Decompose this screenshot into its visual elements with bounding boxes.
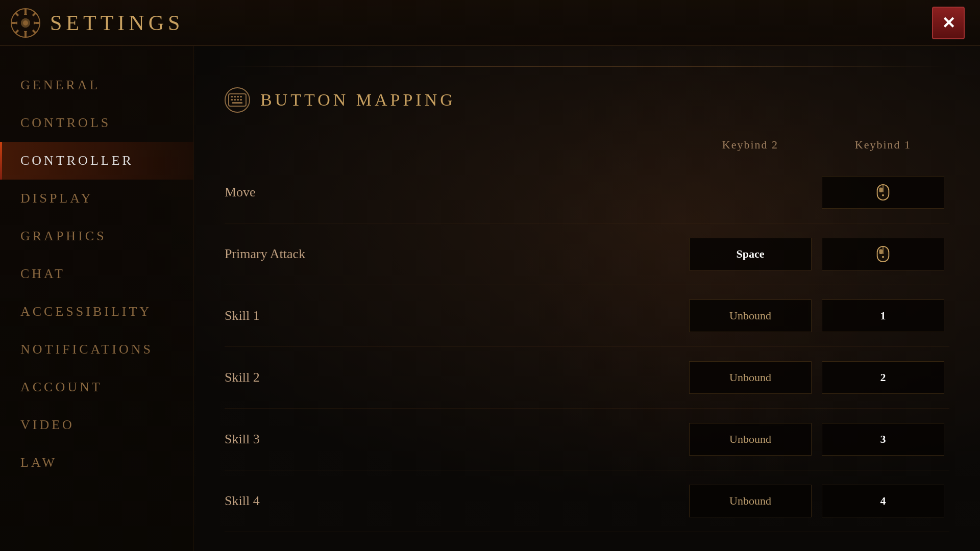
settings-title: SETTINGS: [50, 11, 184, 35]
keybind1-cell-primary-attack[interactable]: [817, 238, 949, 270]
sidebar-item-notifications[interactable]: NOTIFICATIONS: [0, 331, 193, 368]
keybind1-box-skill3[interactable]: 3: [822, 423, 944, 456]
mapping-row-primary-attack: Primary Attack Space: [225, 223, 949, 285]
svg-rect-20: [879, 249, 883, 254]
keybind2-cell-skill2[interactable]: Unbound: [684, 361, 817, 394]
svg-rect-7: [237, 96, 239, 97]
keybind1-box-primary-attack[interactable]: [822, 238, 944, 270]
content-area: BUTTON MAPPING Keybind 2 Keybind 1 Move: [194, 46, 980, 551]
gear-icon: [10, 8, 41, 38]
keybind2-box-primary-attack[interactable]: Space: [689, 238, 812, 270]
keybind2-box-skill1[interactable]: Unbound: [689, 299, 812, 332]
sidebar-item-general[interactable]: GENERAL: [0, 66, 193, 104]
keybind1-box-skill4[interactable]: 4: [822, 485, 944, 517]
keybind1-box-skill1[interactable]: 1: [822, 299, 944, 332]
keybind-cells-primary-attack: Space: [684, 238, 949, 270]
keyboard-icon: [225, 87, 250, 113]
action-skill1: Skill 1: [225, 308, 684, 323]
keybind2-box-skill2[interactable]: Unbound: [689, 361, 812, 394]
svg-rect-8: [240, 96, 242, 97]
keybind2-cell-skill4[interactable]: Unbound: [684, 485, 817, 517]
action-move: Move: [225, 185, 684, 200]
svg-rect-11: [237, 99, 239, 101]
section-title: BUTTON MAPPING: [260, 90, 456, 110]
sidebar-item-law[interactable]: LAW: [0, 444, 193, 482]
svg-point-21: [882, 256, 884, 258]
sidebar-item-controller[interactable]: CONTROLLER: [0, 142, 193, 180]
svg-rect-10: [234, 99, 236, 101]
action-skill2: Skill 2: [225, 370, 684, 385]
mapping-row-move: Move: [225, 162, 949, 223]
mouse-icon-primary-attack: [876, 245, 890, 263]
keybind2-cell-skill1[interactable]: Unbound: [684, 299, 817, 332]
keybind-cells-move: [684, 176, 949, 209]
keybind1-cell-move[interactable]: [817, 176, 949, 209]
keybind-cells-skill3: Unbound 3: [684, 423, 949, 456]
keybind2-cell-skill3[interactable]: Unbound: [684, 423, 817, 456]
section-header: BUTTON MAPPING: [225, 87, 949, 113]
keybind1-box-move[interactable]: [822, 176, 944, 209]
keybind2-cell-primary-attack[interactable]: Space: [684, 238, 817, 270]
keybind-cells-skill4: Unbound 4: [684, 485, 949, 517]
sidebar-item-controls[interactable]: CONTROLS: [0, 104, 193, 142]
top-divider: [225, 66, 949, 67]
mapping-row-skill2: Skill 2 Unbound 2: [225, 347, 949, 409]
col-header-keybind1: Keybind 1: [817, 138, 949, 152]
sidebar: GENERAL CONTROLS CONTROLLER DISPLAY GRAP…: [0, 46, 194, 551]
svg-rect-5: [231, 96, 233, 97]
column-headers: Keybind 2 Keybind 1: [225, 138, 949, 152]
svg-rect-13: [232, 102, 242, 104]
col-header-keybind2: Keybind 2: [684, 138, 817, 152]
action-primary-attack: Primary Attack: [225, 246, 684, 262]
sidebar-item-graphics[interactable]: GRAPHICS: [0, 217, 193, 255]
mouse-icon-move: [876, 184, 890, 201]
action-skill3: Skill 3: [225, 432, 684, 447]
svg-rect-9: [231, 99, 233, 101]
action-skill4: Skill 4: [225, 493, 684, 509]
sidebar-item-account[interactable]: ACCOUNT: [0, 368, 193, 406]
svg-point-17: [882, 194, 884, 196]
keybind2-cell-move: [684, 176, 817, 209]
keybind1-cell-skill2[interactable]: 2: [817, 361, 949, 394]
svg-rect-16: [879, 188, 883, 192]
keybind2-box-skill4[interactable]: Unbound: [689, 485, 812, 517]
keybind1-cell-skill4[interactable]: 4: [817, 485, 949, 517]
sidebar-item-accessibility[interactable]: ACCESSIBILITY: [0, 293, 193, 331]
sidebar-item-chat[interactable]: CHAT: [0, 255, 193, 293]
keybind2-box-skill3[interactable]: Unbound: [689, 423, 812, 456]
sidebar-item-video[interactable]: VIDEO: [0, 406, 193, 444]
keybind-cells-skill2: Unbound 2: [684, 361, 949, 394]
keybind-cells-skill1: Unbound 1: [684, 299, 949, 332]
keybind1-cell-skill3[interactable]: 3: [817, 423, 949, 456]
svg-rect-12: [240, 99, 242, 101]
mapping-row-skill1: Skill 1 Unbound 1: [225, 285, 949, 347]
svg-rect-6: [234, 96, 236, 97]
mapping-row-skill4: Skill 4 Unbound 4: [225, 470, 949, 532]
body: GENERAL CONTROLS CONTROLLER DISPLAY GRAP…: [0, 46, 980, 551]
header-left: SETTINGS: [10, 8, 184, 38]
mapping-row-skill3: Skill 3 Unbound 3: [225, 409, 949, 470]
sidebar-item-display[interactable]: DISPLAY: [0, 180, 193, 217]
keybind1-box-skill2[interactable]: 2: [822, 361, 944, 394]
close-button[interactable]: ✕: [932, 7, 965, 39]
header: SETTINGS ✕: [0, 0, 980, 46]
keybind1-cell-skill1[interactable]: 1: [817, 299, 949, 332]
svg-point-3: [23, 20, 28, 26]
